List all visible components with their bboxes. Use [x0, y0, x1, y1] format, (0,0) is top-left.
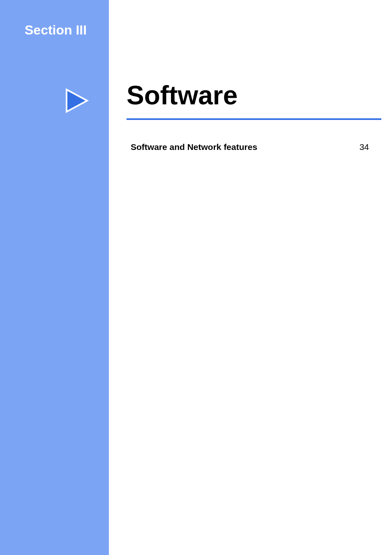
toc-entry-page: 34 [360, 142, 369, 152]
toc-entry-label: Software and Network features [131, 142, 257, 152]
svg-marker-0 [67, 90, 87, 112]
page-title: Software [127, 82, 238, 108]
title-underline [127, 118, 381, 120]
section-arrow-icon [58, 82, 95, 119]
section-label: Section III [25, 23, 87, 38]
toc-entry: Software and Network features 34 [131, 142, 369, 152]
